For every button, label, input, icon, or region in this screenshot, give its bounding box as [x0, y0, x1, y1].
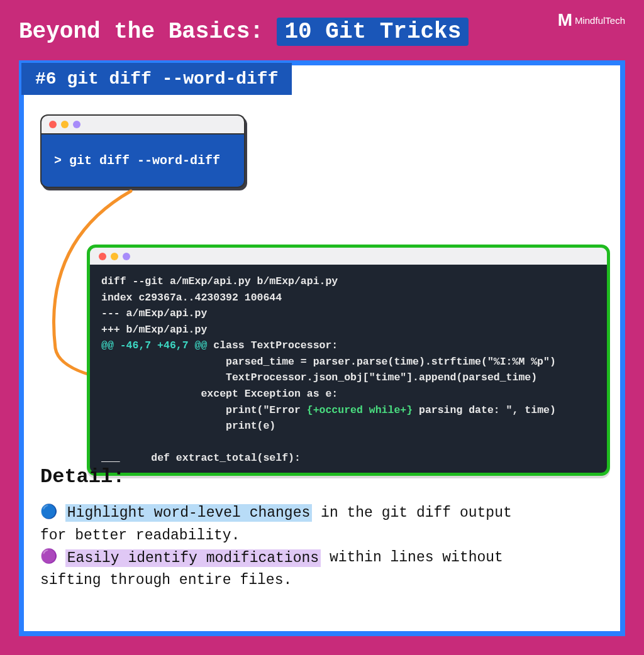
bullet2-rest2: sifting through entire files. [40, 572, 292, 588]
diff-line-post: parsing date: ", time) [413, 404, 556, 416]
purple-circle-icon: 🟣 [40, 547, 57, 568]
terminal-titlebar [40, 114, 245, 133]
title-prefix: Beyond the Basics: [19, 19, 264, 45]
diff-line: TextProcessor.json_obj["time"].append(pa… [101, 372, 537, 383]
blue-circle-icon: 🔵 [40, 502, 57, 524]
detail-bullet-1: 🔵 Highlight word-level changes in the gi… [40, 502, 604, 547]
detail-section: Detail: 🔵 Highlight word-level changes i… [40, 465, 604, 592]
diff-hunk-suffix: class TextProcessor: [207, 339, 338, 351]
trick-badge: #6 git diff --word-diff [21, 63, 292, 95]
zoom-dot-icon [73, 121, 80, 128]
bullet1-rest2: for better readability. [40, 527, 240, 544]
page-title: Beyond the Basics: 10 Git Tricks [19, 19, 469, 45]
zoom-dot-icon [123, 253, 130, 260]
minimize-dot-icon [61, 121, 69, 128]
output-body: diff --git a/mExp/api.py b/mExp/api.py i… [87, 265, 610, 476]
close-dot-icon [99, 253, 106, 260]
diff-line-pre: print("Error [101, 404, 307, 416]
detail-heading: Detail: [40, 465, 604, 488]
diff-line: except Exception as e: [101, 388, 338, 400]
diff-word-added: {+occured while+} [307, 404, 413, 416]
diff-line: print(e) [101, 420, 275, 432]
minimize-dot-icon [111, 253, 118, 260]
bullet2-rest1: within lines without [321, 550, 503, 566]
output-titlebar [87, 245, 610, 265]
brand-text: MindfulTech [575, 15, 625, 26]
command-text: > git diff --word-diff [54, 153, 220, 168]
diff-line: def extract_total(self): [126, 452, 301, 464]
logo-mark: M [558, 11, 572, 29]
terminal-body: > git diff --word-diff [40, 133, 245, 188]
diff-line: parsed_time = parser.parse(time).strftim… [101, 356, 556, 368]
diff-line: index c29367a..4230392 100644 [101, 292, 282, 304]
diff-hunk: @@ -46,7 +46,7 @@ [101, 339, 207, 351]
bullet2-highlight: Easily identify modifications [65, 549, 321, 567]
brand-logo: M MindfulTech [558, 11, 625, 29]
bullet1-rest1: in the git diff output [312, 505, 511, 521]
bullet1-highlight: Highlight word-level changes [65, 504, 312, 522]
diff-line: --- a/mExp/api.py [101, 307, 207, 319]
content-card: #6 git diff --word-diff > git diff --wor… [19, 60, 625, 636]
diff-line: +++ b/mExp/api.py [101, 324, 207, 336]
close-dot-icon [49, 121, 57, 128]
command-terminal: > git diff --word-diff [40, 114, 245, 188]
title-highlight: 10 Git Tricks [277, 18, 469, 46]
output-terminal: diff --git a/mExp/api.py b/mExp/api.py i… [87, 245, 610, 476]
diff-line: diff --git a/mExp/api.py b/mExp/api.py [101, 275, 338, 287]
detail-bullet-2: 🟣 Easily identify modifications within l… [40, 547, 604, 592]
